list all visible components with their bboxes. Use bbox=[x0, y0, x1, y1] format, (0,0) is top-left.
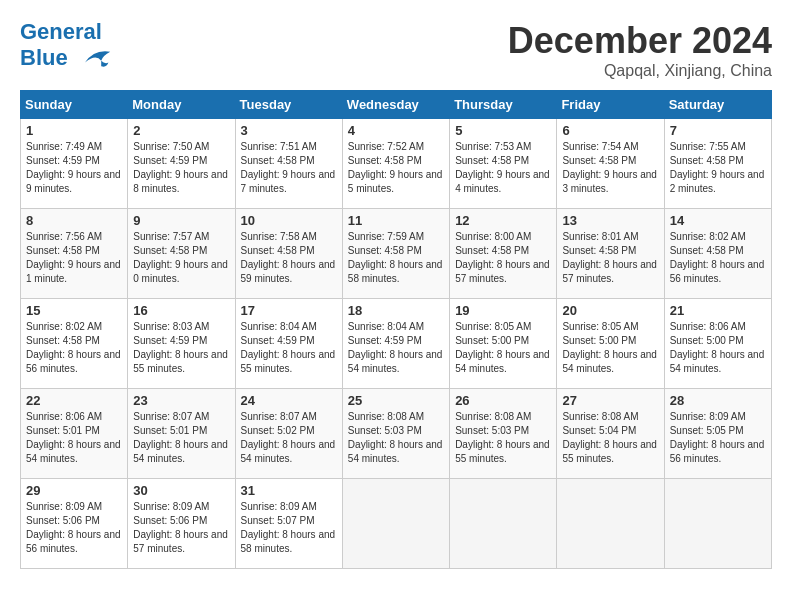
day-cell: 23Sunrise: 8:07 AMSunset: 5:01 PMDayligh… bbox=[128, 389, 235, 479]
day-number: 20 bbox=[562, 303, 658, 318]
day-cell: 11Sunrise: 7:59 AMSunset: 4:58 PMDayligh… bbox=[342, 209, 449, 299]
day-number: 7 bbox=[670, 123, 766, 138]
day-cell: 28Sunrise: 8:09 AMSunset: 5:05 PMDayligh… bbox=[664, 389, 771, 479]
col-header-monday: Monday bbox=[128, 91, 235, 119]
day-number: 8 bbox=[26, 213, 122, 228]
day-info: Sunrise: 8:07 AMSunset: 5:02 PMDaylight:… bbox=[241, 410, 337, 466]
day-cell: 2Sunrise: 7:50 AMSunset: 4:59 PMDaylight… bbox=[128, 119, 235, 209]
day-number: 18 bbox=[348, 303, 444, 318]
week-row-1: 1Sunrise: 7:49 AMSunset: 4:59 PMDaylight… bbox=[21, 119, 772, 209]
col-header-friday: Friday bbox=[557, 91, 664, 119]
day-number: 19 bbox=[455, 303, 551, 318]
day-info: Sunrise: 8:09 AMSunset: 5:07 PMDaylight:… bbox=[241, 500, 337, 556]
logo: General Blue bbox=[20, 20, 112, 74]
day-number: 13 bbox=[562, 213, 658, 228]
page-header: General Blue December 2024 Qapqal, Xinji… bbox=[20, 20, 772, 80]
day-info: Sunrise: 8:06 AMSunset: 5:01 PMDaylight:… bbox=[26, 410, 122, 466]
day-cell: 21Sunrise: 8:06 AMSunset: 5:00 PMDayligh… bbox=[664, 299, 771, 389]
day-info: Sunrise: 7:54 AMSunset: 4:58 PMDaylight:… bbox=[562, 140, 658, 196]
day-info: Sunrise: 8:09 AMSunset: 5:06 PMDaylight:… bbox=[133, 500, 229, 556]
day-cell: 10Sunrise: 7:58 AMSunset: 4:58 PMDayligh… bbox=[235, 209, 342, 299]
day-number: 23 bbox=[133, 393, 229, 408]
day-number: 2 bbox=[133, 123, 229, 138]
day-info: Sunrise: 7:56 AMSunset: 4:58 PMDaylight:… bbox=[26, 230, 122, 286]
day-cell: 4Sunrise: 7:52 AMSunset: 4:58 PMDaylight… bbox=[342, 119, 449, 209]
day-cell: 27Sunrise: 8:08 AMSunset: 5:04 PMDayligh… bbox=[557, 389, 664, 479]
day-number: 29 bbox=[26, 483, 122, 498]
day-info: Sunrise: 8:06 AMSunset: 5:00 PMDaylight:… bbox=[670, 320, 766, 376]
day-cell: 18Sunrise: 8:04 AMSunset: 4:59 PMDayligh… bbox=[342, 299, 449, 389]
day-cell: 8Sunrise: 7:56 AMSunset: 4:58 PMDaylight… bbox=[21, 209, 128, 299]
day-cell: 16Sunrise: 8:03 AMSunset: 4:59 PMDayligh… bbox=[128, 299, 235, 389]
day-number: 15 bbox=[26, 303, 122, 318]
day-cell bbox=[450, 479, 557, 569]
day-number: 17 bbox=[241, 303, 337, 318]
day-info: Sunrise: 7:50 AMSunset: 4:59 PMDaylight:… bbox=[133, 140, 229, 196]
day-info: Sunrise: 8:01 AMSunset: 4:58 PMDaylight:… bbox=[562, 230, 658, 286]
week-row-2: 8Sunrise: 7:56 AMSunset: 4:58 PMDaylight… bbox=[21, 209, 772, 299]
header-row: SundayMondayTuesdayWednesdayThursdayFrid… bbox=[21, 91, 772, 119]
title-block: December 2024 Qapqal, Xinjiang, China bbox=[508, 20, 772, 80]
day-info: Sunrise: 8:08 AMSunset: 5:04 PMDaylight:… bbox=[562, 410, 658, 466]
day-number: 27 bbox=[562, 393, 658, 408]
day-info: Sunrise: 7:52 AMSunset: 4:58 PMDaylight:… bbox=[348, 140, 444, 196]
day-cell: 15Sunrise: 8:02 AMSunset: 4:58 PMDayligh… bbox=[21, 299, 128, 389]
day-info: Sunrise: 7:59 AMSunset: 4:58 PMDaylight:… bbox=[348, 230, 444, 286]
col-header-sunday: Sunday bbox=[21, 91, 128, 119]
day-cell: 9Sunrise: 7:57 AMSunset: 4:58 PMDaylight… bbox=[128, 209, 235, 299]
day-info: Sunrise: 8:04 AMSunset: 4:59 PMDaylight:… bbox=[348, 320, 444, 376]
day-number: 6 bbox=[562, 123, 658, 138]
week-row-3: 15Sunrise: 8:02 AMSunset: 4:58 PMDayligh… bbox=[21, 299, 772, 389]
day-cell bbox=[664, 479, 771, 569]
day-info: Sunrise: 8:00 AMSunset: 4:58 PMDaylight:… bbox=[455, 230, 551, 286]
day-cell: 7Sunrise: 7:55 AMSunset: 4:58 PMDaylight… bbox=[664, 119, 771, 209]
day-number: 25 bbox=[348, 393, 444, 408]
day-cell: 3Sunrise: 7:51 AMSunset: 4:58 PMDaylight… bbox=[235, 119, 342, 209]
day-cell bbox=[342, 479, 449, 569]
day-cell: 25Sunrise: 8:08 AMSunset: 5:03 PMDayligh… bbox=[342, 389, 449, 479]
day-cell: 24Sunrise: 8:07 AMSunset: 5:02 PMDayligh… bbox=[235, 389, 342, 479]
day-info: Sunrise: 8:05 AMSunset: 5:00 PMDaylight:… bbox=[455, 320, 551, 376]
day-number: 5 bbox=[455, 123, 551, 138]
day-cell: 14Sunrise: 8:02 AMSunset: 4:58 PMDayligh… bbox=[664, 209, 771, 299]
day-cell: 22Sunrise: 8:06 AMSunset: 5:01 PMDayligh… bbox=[21, 389, 128, 479]
day-cell: 20Sunrise: 8:05 AMSunset: 5:00 PMDayligh… bbox=[557, 299, 664, 389]
day-number: 3 bbox=[241, 123, 337, 138]
day-number: 14 bbox=[670, 213, 766, 228]
day-info: Sunrise: 8:07 AMSunset: 5:01 PMDaylight:… bbox=[133, 410, 229, 466]
day-cell: 19Sunrise: 8:05 AMSunset: 5:00 PMDayligh… bbox=[450, 299, 557, 389]
day-number: 16 bbox=[133, 303, 229, 318]
day-number: 30 bbox=[133, 483, 229, 498]
day-cell: 6Sunrise: 7:54 AMSunset: 4:58 PMDaylight… bbox=[557, 119, 664, 209]
day-cell: 30Sunrise: 8:09 AMSunset: 5:06 PMDayligh… bbox=[128, 479, 235, 569]
day-info: Sunrise: 7:55 AMSunset: 4:58 PMDaylight:… bbox=[670, 140, 766, 196]
col-header-tuesday: Tuesday bbox=[235, 91, 342, 119]
col-header-wednesday: Wednesday bbox=[342, 91, 449, 119]
day-number: 31 bbox=[241, 483, 337, 498]
day-number: 22 bbox=[26, 393, 122, 408]
day-info: Sunrise: 8:08 AMSunset: 5:03 PMDaylight:… bbox=[348, 410, 444, 466]
col-header-saturday: Saturday bbox=[664, 91, 771, 119]
day-number: 4 bbox=[348, 123, 444, 138]
day-info: Sunrise: 8:05 AMSunset: 5:00 PMDaylight:… bbox=[562, 320, 658, 376]
day-cell: 26Sunrise: 8:08 AMSunset: 5:03 PMDayligh… bbox=[450, 389, 557, 479]
day-cell: 13Sunrise: 8:01 AMSunset: 4:58 PMDayligh… bbox=[557, 209, 664, 299]
day-cell: 31Sunrise: 8:09 AMSunset: 5:07 PMDayligh… bbox=[235, 479, 342, 569]
day-cell: 29Sunrise: 8:09 AMSunset: 5:06 PMDayligh… bbox=[21, 479, 128, 569]
col-header-thursday: Thursday bbox=[450, 91, 557, 119]
day-number: 12 bbox=[455, 213, 551, 228]
day-info: Sunrise: 7:53 AMSunset: 4:58 PMDaylight:… bbox=[455, 140, 551, 196]
day-cell: 1Sunrise: 7:49 AMSunset: 4:59 PMDaylight… bbox=[21, 119, 128, 209]
day-info: Sunrise: 8:02 AMSunset: 4:58 PMDaylight:… bbox=[26, 320, 122, 376]
day-info: Sunrise: 7:49 AMSunset: 4:59 PMDaylight:… bbox=[26, 140, 122, 196]
day-cell: 17Sunrise: 8:04 AMSunset: 4:59 PMDayligh… bbox=[235, 299, 342, 389]
day-number: 26 bbox=[455, 393, 551, 408]
day-info: Sunrise: 8:02 AMSunset: 4:58 PMDaylight:… bbox=[670, 230, 766, 286]
month-title: December 2024 bbox=[508, 20, 772, 62]
day-info: Sunrise: 8:03 AMSunset: 4:59 PMDaylight:… bbox=[133, 320, 229, 376]
day-cell: 5Sunrise: 7:53 AMSunset: 4:58 PMDaylight… bbox=[450, 119, 557, 209]
day-info: Sunrise: 8:09 AMSunset: 5:05 PMDaylight:… bbox=[670, 410, 766, 466]
logo-text2: Blue bbox=[20, 44, 112, 74]
day-number: 28 bbox=[670, 393, 766, 408]
day-info: Sunrise: 8:08 AMSunset: 5:03 PMDaylight:… bbox=[455, 410, 551, 466]
